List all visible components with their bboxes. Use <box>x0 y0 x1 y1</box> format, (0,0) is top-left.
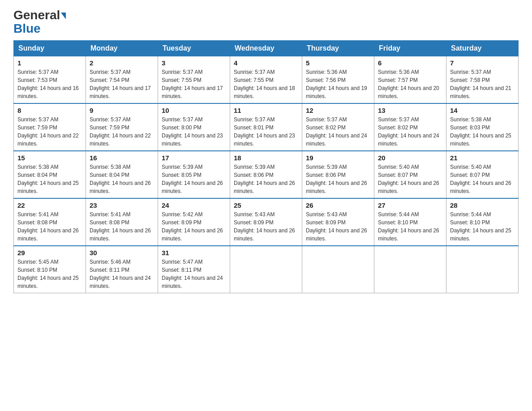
day-number: 28 <box>450 201 515 209</box>
day-number: 22 <box>17 201 82 209</box>
day-number: 15 <box>17 154 82 162</box>
day-info: Sunrise: 5:37 AMSunset: 7:55 PMDaylight:… <box>234 69 295 99</box>
day-number: 3 <box>162 59 226 67</box>
calendar-cell <box>230 246 302 293</box>
day-info: Sunrise: 5:37 AMSunset: 7:58 PMDaylight:… <box>450 69 511 99</box>
day-number: 16 <box>90 154 154 162</box>
day-number: 11 <box>234 107 298 114</box>
day-info: Sunrise: 5:36 AMSunset: 7:56 PMDaylight:… <box>306 69 367 99</box>
day-number: 24 <box>162 201 226 209</box>
day-info: Sunrise: 5:40 AMSunset: 8:07 PMDaylight:… <box>450 164 511 194</box>
day-number: 30 <box>90 249 154 257</box>
day-info: Sunrise: 5:41 AMSunset: 8:08 PMDaylight:… <box>17 211 79 242</box>
day-info: Sunrise: 5:37 AMSunset: 7:59 PMDaylight:… <box>90 116 151 147</box>
day-info: Sunrise: 5:39 AMSunset: 8:06 PMDaylight:… <box>306 164 367 194</box>
calendar-cell: 3 Sunrise: 5:37 AMSunset: 7:55 PMDayligh… <box>158 56 230 104</box>
col-sunday: Sunday <box>14 41 86 56</box>
calendar-cell <box>302 246 374 293</box>
day-number: 27 <box>378 201 442 209</box>
calendar-cell: 23 Sunrise: 5:41 AMSunset: 8:08 PMDaylig… <box>86 198 158 246</box>
calendar-cell: 7 Sunrise: 5:37 AMSunset: 7:58 PMDayligh… <box>446 56 519 104</box>
week-row-5: 29 Sunrise: 5:45 AMSunset: 8:10 PMDaylig… <box>14 246 519 293</box>
day-info: Sunrise: 5:43 AMSunset: 8:09 PMDaylight:… <box>306 211 367 242</box>
day-info: Sunrise: 5:37 AMSunset: 7:59 PMDaylight:… <box>17 116 79 147</box>
day-number: 1 <box>17 59 82 67</box>
day-info: Sunrise: 5:40 AMSunset: 8:07 PMDaylight:… <box>378 164 439 194</box>
calendar-cell: 24 Sunrise: 5:42 AMSunset: 8:09 PMDaylig… <box>158 198 230 246</box>
col-tuesday: Tuesday <box>158 41 230 56</box>
day-number: 6 <box>378 59 442 67</box>
day-info: Sunrise: 5:37 AMSunset: 8:02 PMDaylight:… <box>306 116 367 147</box>
day-info: Sunrise: 5:38 AMSunset: 8:04 PMDaylight:… <box>17 164 79 194</box>
day-info: Sunrise: 5:44 AMSunset: 8:10 PMDaylight:… <box>450 211 511 242</box>
day-number: 31 <box>162 249 226 257</box>
day-info: Sunrise: 5:37 AMSunset: 7:53 PMDaylight:… <box>17 69 79 99</box>
day-info: Sunrise: 5:37 AMSunset: 8:00 PMDaylight:… <box>162 116 223 147</box>
day-info: Sunrise: 5:37 AMSunset: 7:54 PMDaylight:… <box>90 69 151 99</box>
day-info: Sunrise: 5:46 AMSunset: 8:11 PMDaylight:… <box>90 259 151 289</box>
week-row-1: 1 Sunrise: 5:37 AMSunset: 7:53 PMDayligh… <box>14 56 519 104</box>
calendar-cell: 26 Sunrise: 5:43 AMSunset: 8:09 PMDaylig… <box>302 198 374 246</box>
col-wednesday: Wednesday <box>230 41 302 56</box>
day-number: 10 <box>162 107 226 114</box>
day-info: Sunrise: 5:39 AMSunset: 8:05 PMDaylight:… <box>162 164 223 194</box>
day-info: Sunrise: 5:41 AMSunset: 8:08 PMDaylight:… <box>90 211 151 242</box>
calendar-table: Sunday Monday Tuesday Wednesday Thursday… <box>13 40 519 293</box>
calendar-cell: 11 Sunrise: 5:37 AMSunset: 8:01 PMDaylig… <box>230 103 302 151</box>
day-number: 29 <box>17 249 82 257</box>
day-number: 5 <box>306 59 370 67</box>
calendar-cell: 28 Sunrise: 5:44 AMSunset: 8:10 PMDaylig… <box>446 198 519 246</box>
day-number: 4 <box>234 59 298 67</box>
week-row-4: 22 Sunrise: 5:41 AMSunset: 8:08 PMDaylig… <box>14 198 519 246</box>
col-saturday: Saturday <box>446 41 519 56</box>
calendar-cell: 21 Sunrise: 5:40 AMSunset: 8:07 PMDaylig… <box>446 151 519 198</box>
day-info: Sunrise: 5:42 AMSunset: 8:09 PMDaylight:… <box>162 211 223 242</box>
col-monday: Monday <box>86 41 158 56</box>
day-info: Sunrise: 5:37 AMSunset: 8:01 PMDaylight:… <box>234 116 295 147</box>
day-info: Sunrise: 5:47 AMSunset: 8:11 PMDaylight:… <box>162 259 223 289</box>
day-number: 23 <box>90 201 154 209</box>
col-friday: Friday <box>374 41 446 56</box>
calendar-cell: 27 Sunrise: 5:44 AMSunset: 8:10 PMDaylig… <box>374 198 446 246</box>
day-info: Sunrise: 5:36 AMSunset: 7:57 PMDaylight:… <box>378 69 439 99</box>
calendar-cell: 14 Sunrise: 5:38 AMSunset: 8:03 PMDaylig… <box>446 103 519 151</box>
day-number: 9 <box>90 107 154 114</box>
day-info: Sunrise: 5:44 AMSunset: 8:10 PMDaylight:… <box>378 211 439 242</box>
calendar-cell: 19 Sunrise: 5:39 AMSunset: 8:06 PMDaylig… <box>302 151 374 198</box>
day-info: Sunrise: 5:38 AMSunset: 8:03 PMDaylight:… <box>450 116 511 147</box>
calendar-cell: 13 Sunrise: 5:37 AMSunset: 8:02 PMDaylig… <box>374 103 446 151</box>
calendar-cell: 25 Sunrise: 5:43 AMSunset: 8:09 PMDaylig… <box>230 198 302 246</box>
day-info: Sunrise: 5:39 AMSunset: 8:06 PMDaylight:… <box>234 164 295 194</box>
calendar-cell: 16 Sunrise: 5:38 AMSunset: 8:04 PMDaylig… <box>86 151 158 198</box>
calendar-cell: 31 Sunrise: 5:47 AMSunset: 8:11 PMDaylig… <box>158 246 230 293</box>
calendar-cell: 8 Sunrise: 5:37 AMSunset: 7:59 PMDayligh… <box>14 103 86 151</box>
col-thursday: Thursday <box>302 41 374 56</box>
day-number: 7 <box>450 59 515 67</box>
calendar-cell: 29 Sunrise: 5:45 AMSunset: 8:10 PMDaylig… <box>14 246 86 293</box>
logo-general: General <box>13 8 66 22</box>
calendar-cell: 4 Sunrise: 5:37 AMSunset: 7:55 PMDayligh… <box>230 56 302 104</box>
day-number: 21 <box>450 154 515 162</box>
calendar-cell: 20 Sunrise: 5:40 AMSunset: 8:07 PMDaylig… <box>374 151 446 198</box>
calendar-cell: 1 Sunrise: 5:37 AMSunset: 7:53 PMDayligh… <box>14 56 86 104</box>
logo: General Blue <box>13 9 66 36</box>
calendar-cell: 10 Sunrise: 5:37 AMSunset: 8:00 PMDaylig… <box>158 103 230 151</box>
page-header: General Blue <box>13 9 519 36</box>
day-number: 2 <box>90 59 154 67</box>
day-info: Sunrise: 5:37 AMSunset: 8:02 PMDaylight:… <box>378 116 439 147</box>
day-info: Sunrise: 5:43 AMSunset: 8:09 PMDaylight:… <box>234 211 295 242</box>
calendar-cell: 12 Sunrise: 5:37 AMSunset: 8:02 PMDaylig… <box>302 103 374 151</box>
calendar-cell: 15 Sunrise: 5:38 AMSunset: 8:04 PMDaylig… <box>14 151 86 198</box>
calendar-cell: 17 Sunrise: 5:39 AMSunset: 8:05 PMDaylig… <box>158 151 230 198</box>
day-number: 8 <box>17 107 82 114</box>
header-row: Sunday Monday Tuesday Wednesday Thursday… <box>14 41 519 56</box>
calendar-cell: 6 Sunrise: 5:36 AMSunset: 7:57 PMDayligh… <box>374 56 446 104</box>
day-number: 25 <box>234 201 298 209</box>
day-number: 19 <box>306 154 370 162</box>
day-info: Sunrise: 5:37 AMSunset: 7:55 PMDaylight:… <box>162 69 223 99</box>
calendar-cell: 30 Sunrise: 5:46 AMSunset: 8:11 PMDaylig… <box>86 246 158 293</box>
calendar-cell: 5 Sunrise: 5:36 AMSunset: 7:56 PMDayligh… <box>302 56 374 104</box>
calendar-cell: 22 Sunrise: 5:41 AMSunset: 8:08 PMDaylig… <box>14 198 86 246</box>
day-number: 13 <box>378 107 442 114</box>
calendar-cell <box>374 246 446 293</box>
